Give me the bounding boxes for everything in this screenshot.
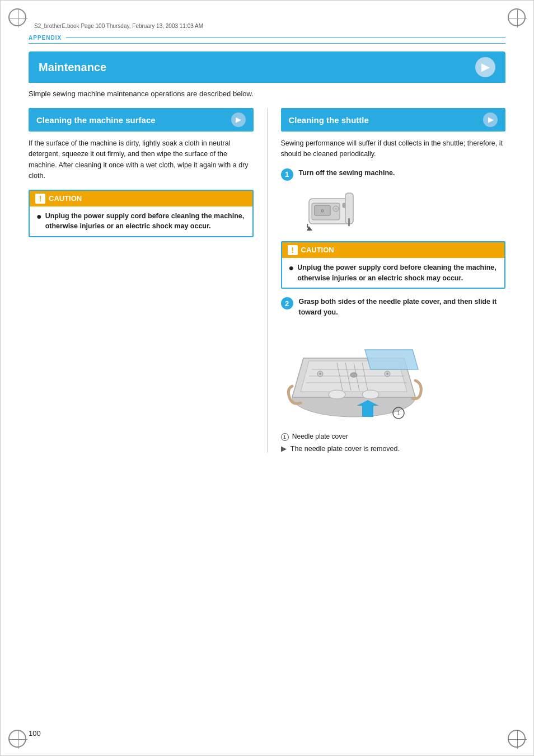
corner-cross-bl (10, 731, 27, 749)
left-caution-item: ● Unplug the power supply cord before cl… (36, 211, 246, 232)
svg-marker-28 (365, 350, 418, 369)
left-caution-box: ! CAUTION ● Unplug the power supply cord… (29, 190, 254, 238)
left-caution-label: CAUTION (49, 194, 82, 203)
right-section-intro: Sewing performance will suffer if dust c… (281, 138, 506, 160)
step-2: 2 Grasp both sides of the needle plate c… (281, 297, 506, 318)
page-wrapper: S2_brotherE.book Page 100 Thursday, Febr… (0, 0, 534, 756)
appendix-line (66, 37, 505, 38)
caution-icon-right: ! (288, 245, 298, 255)
corner-decoration-tr (508, 8, 526, 26)
step-number-1: 1 (281, 168, 293, 181)
result-text-content: The needle plate cover is removed. (291, 445, 400, 453)
right-section-title: Cleaning the shuttle (289, 115, 369, 125)
left-section-body: If the surface of the machine is dirty, … (29, 138, 254, 182)
svg-point-26 (329, 390, 345, 399)
svg-text:1: 1 (397, 410, 400, 416)
left-caution-text: Unplug the power supply cord before clea… (45, 211, 246, 232)
caution-icon-left: ! (35, 194, 45, 204)
left-column: Cleaning the machine surface If the surf… (29, 108, 268, 453)
right-caution-body: ● Unplug the power supply cord before cl… (282, 258, 505, 288)
needle-plate-label: 1 Needle plate cover (281, 433, 506, 441)
right-column: Cleaning the shuttle Sewing performance … (281, 108, 506, 453)
needle-plate-svg: 1 (281, 325, 427, 425)
left-section-title: Cleaning the machine surface (36, 115, 156, 125)
step-number-2: 2 (281, 297, 293, 309)
maintenance-intro: Simple sewing machine maintenance operat… (29, 90, 505, 98)
caution-bullet-right: ● (289, 264, 294, 273)
sewing-machine-svg: 0 (303, 187, 365, 232)
page-number: 100 (29, 729, 41, 738)
step-1-text: Turn off the sewing machine. (299, 168, 395, 179)
corner-cross-br (509, 731, 527, 749)
step-1: 1 Turn off the sewing machine. (281, 168, 506, 181)
corner-decoration-br (508, 730, 526, 748)
needle-plate-illustration: 1 (281, 325, 506, 427)
left-caution-header: ! CAUTION (30, 191, 252, 206)
svg-text:0: 0 (321, 208, 324, 213)
caution-bullet-left: ● (36, 212, 42, 221)
file-info: S2_brotherE.book Page 100 Thursday, Febr… (29, 23, 505, 29)
svg-point-27 (362, 390, 379, 399)
result-arrow-icon: ▶ (281, 445, 287, 453)
right-section-arrow-icon (483, 112, 498, 127)
corner-cross-tl (10, 10, 27, 27)
two-column-layout: Cleaning the machine surface If the surf… (29, 108, 505, 453)
right-caution-label: CAUTION (301, 246, 334, 254)
right-caution-item: ● Unplug the power supply cord before cl… (289, 262, 498, 284)
machine-illustration: 0 (281, 187, 506, 232)
svg-point-5 (335, 208, 337, 210)
svg-rect-8 (348, 218, 350, 226)
maintenance-header: Maintenance ▶ (29, 51, 505, 83)
corner-cross-tr (509, 10, 527, 27)
step-2-text: Grasp both sides of the needle plate cov… (299, 297, 506, 318)
left-caution-body: ● Unplug the power supply cord before cl… (30, 206, 252, 237)
right-caution-header: ! CAUTION (282, 242, 505, 258)
appendix-label: APPENDIX (29, 35, 62, 41)
right-section-header: Cleaning the shuttle (281, 108, 506, 132)
right-caution-box: ! CAUTION ● Unplug the power supply cord… (281, 241, 506, 289)
result-text: ▶ The needle plate cover is removed. (281, 444, 506, 453)
right-caution-text: Unplug the power supply cord before clea… (297, 262, 498, 284)
maintenance-arrow-icon: ▶ (475, 57, 495, 77)
svg-point-19 (350, 373, 357, 377)
appendix-bar: APPENDIX (29, 35, 505, 44)
needle-plate-label-text: Needle plate cover (292, 433, 348, 440)
needle-plate-circled-number: 1 (281, 433, 289, 441)
corner-decoration-tl (8, 8, 26, 26)
left-section-arrow-icon (231, 112, 246, 127)
corner-decoration-bl (8, 730, 26, 748)
maintenance-title: Maintenance (39, 61, 106, 74)
left-section-header: Cleaning the machine surface (29, 108, 254, 132)
